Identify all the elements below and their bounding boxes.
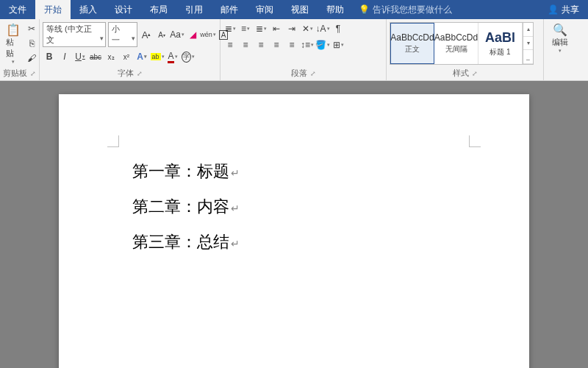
dialog-launcher-icon[interactable]: ⤢ — [310, 70, 316, 77]
tab-help[interactable]: 帮助 — [318, 0, 353, 19]
align-justify-button[interactable]: ≡ — [270, 38, 283, 52]
clipboard-icon: 📋 — [6, 22, 21, 37]
style-name-label: 正文 — [405, 44, 420, 54]
align-center-icon: ≡ — [243, 40, 248, 50]
bullets-icon: ≣ — [225, 24, 232, 34]
brush-icon: 🖌 — [27, 53, 36, 63]
document-line[interactable]: 第二章：内容↵ — [132, 196, 456, 218]
dialog-launcher-icon[interactable]: ⤢ — [30, 70, 36, 77]
indent-increase-button[interactable]: ⇥ — [285, 22, 298, 35]
cut-button[interactable]: ✂ — [25, 22, 38, 35]
bullets-button[interactable]: ≣ — [223, 22, 237, 35]
pinyin-button[interactable]: wén — [201, 28, 215, 41]
paragraph-group-label: 段落 — [291, 68, 307, 79]
tab-review[interactable]: 审阅 — [247, 0, 282, 19]
editing-label: 编辑 — [552, 37, 568, 48]
style-preview: AaBbCcDd — [390, 32, 434, 43]
margin-corner-tl — [107, 135, 119, 147]
style-preview: AaBl — [485, 30, 515, 46]
dialog-launcher-icon[interactable]: ⤢ — [472, 70, 478, 77]
enclose-button[interactable]: 字 — [182, 50, 195, 63]
title-bar: 文件 开始 插入 设计 布局 引用 邮件 审阅 视图 帮助 💡 告诉我您想要做什… — [0, 0, 588, 19]
font-group-label: 字体 — [118, 68, 134, 79]
tab-file[interactable]: 文件 — [0, 0, 35, 19]
font-size-select[interactable]: 小一 — [108, 22, 137, 47]
tab-insert[interactable]: 插入 — [71, 0, 106, 19]
share-button[interactable]: 👤 共享 — [539, 4, 588, 16]
line-spacing-button[interactable]: ↕≡ — [301, 38, 314, 52]
styles-gallery: AaBbCcDd 正文 AaBbCcDd 无间隔 AaBl 标题 1 ▴ ▾ ⎯ — [390, 22, 534, 65]
borders-icon: ⊞ — [333, 40, 340, 50]
clear-format-button[interactable]: ◢ — [186, 28, 199, 41]
multilevel-button[interactable]: ≣ — [254, 22, 268, 35]
find-button[interactable]: 🔍 编辑 ▾ — [549, 21, 571, 55]
group-editing: 🔍 编辑 ▾ — [544, 19, 576, 80]
style-heading1[interactable]: AaBl 标题 1 — [478, 23, 523, 64]
grow-font-button[interactable]: A▴ — [140, 28, 153, 41]
style-name-label: 标题 1 — [490, 47, 510, 57]
paste-button[interactable]: 📋 粘贴 ▾ — [3, 21, 24, 66]
tab-layout[interactable]: 布局 — [141, 0, 176, 19]
tab-mailings[interactable]: 邮件 — [212, 0, 247, 19]
format-painter-button[interactable]: 🖌 — [25, 52, 38, 65]
group-clipboard: 📋 粘贴 ▾ ✂ ⎘ 🖌 剪贴板⤢ — [0, 19, 40, 80]
align-left-button[interactable]: ≡ — [223, 38, 237, 52]
styles-scroll-up[interactable]: ▴ — [523, 23, 533, 37]
distribute-button[interactable]: ≡ — [285, 38, 298, 52]
underline-button[interactable]: U — [74, 50, 87, 63]
style-no-spacing[interactable]: AaBbCcDd 无间隔 — [434, 23, 478, 64]
italic-button[interactable]: I — [58, 50, 71, 63]
highlight-button[interactable]: ab — [151, 50, 164, 63]
borders-button[interactable]: ⊞ — [331, 38, 345, 52]
align-left-icon: ≡ — [227, 40, 232, 50]
chevron-down-icon: ▾ — [559, 48, 562, 54]
shading-button[interactable]: 🪣 — [316, 38, 329, 52]
text-direction-button[interactable]: ✕ — [301, 22, 314, 35]
highlight-icon: ab — [151, 53, 161, 60]
document-line[interactable]: 第一章：标题↵ — [132, 160, 456, 183]
bucket-icon: 🪣 — [315, 40, 326, 50]
font-family-select[interactable]: 等线 (中文正文 — [43, 22, 106, 47]
align-justify-icon: ≡ — [273, 40, 279, 50]
group-font: 等线 (中文正文 小一 A▴ A▾ Aa ◢ wén A B I U abc x… — [40, 19, 220, 80]
chevron-down-icon: ▾ — [12, 59, 15, 65]
font-color-button[interactable]: A — [166, 50, 179, 63]
tab-references[interactable]: 引用 — [176, 0, 212, 19]
bold-button[interactable]: B — [43, 50, 56, 63]
direction-icon: ✕ — [302, 24, 309, 34]
numbering-button[interactable]: ≡ — [239, 22, 252, 35]
numbering-icon: ≡ — [241, 24, 246, 34]
margin-corner-tr — [469, 135, 481, 147]
distribute-icon: ≡ — [289, 40, 294, 50]
document-page[interactable]: 第一章：标题↵ 第二章：内容↵ 第三章：总结↵ — [59, 94, 529, 368]
document-area: 第一章：标题↵ 第二章：内容↵ 第三章：总结↵ — [0, 81, 588, 368]
share-label: 共享 — [562, 4, 579, 16]
show-marks-button[interactable]: ¶ — [331, 22, 345, 35]
style-normal[interactable]: AaBbCcDd 正文 — [390, 23, 434, 64]
copy-button[interactable]: ⎘ — [25, 37, 38, 50]
document-line[interactable]: 第三章：总结↵ — [132, 231, 456, 253]
text-effects-button[interactable]: A — [135, 50, 148, 63]
indent-decrease-button[interactable]: ⇤ — [270, 22, 283, 35]
line-text: 第一章：标题 — [132, 160, 229, 183]
copy-icon: ⎘ — [29, 38, 35, 49]
strike-button[interactable]: abc — [89, 50, 102, 63]
paragraph-mark-icon: ¶ — [336, 24, 340, 34]
tab-view[interactable]: 视图 — [282, 0, 318, 19]
change-case-button[interactable]: Aa — [171, 28, 184, 41]
superscript-button[interactable]: x² — [120, 50, 133, 63]
sort-button[interactable]: ↓A — [316, 22, 329, 35]
styles-scroll-down[interactable]: ▾ — [523, 37, 533, 51]
font-color-icon: A — [168, 51, 173, 63]
tell-me-search[interactable]: 💡 告诉我您想要做什么 — [359, 4, 539, 16]
tab-home[interactable]: 开始 — [35, 0, 71, 19]
line-text: 第二章：内容 — [132, 196, 229, 218]
dialog-launcher-icon[interactable]: ⤢ — [137, 70, 143, 77]
tab-design[interactable]: 设计 — [106, 0, 141, 19]
align-right-button[interactable]: ≡ — [254, 38, 268, 52]
lightbulb-icon: 💡 — [359, 4, 370, 15]
shrink-font-button[interactable]: A▾ — [155, 28, 168, 41]
styles-expand[interactable]: ⎯ — [523, 50, 533, 64]
subscript-button[interactable]: x₂ — [104, 50, 118, 63]
align-center-button[interactable]: ≡ — [239, 38, 252, 52]
